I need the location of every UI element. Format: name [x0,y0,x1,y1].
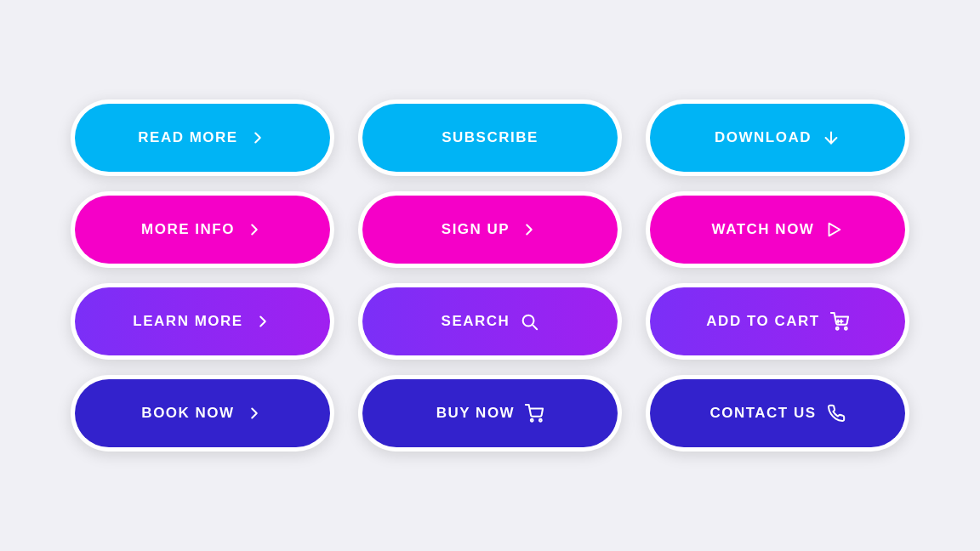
add-to-cart-wrap: ADD TO CART [646,283,909,360]
watch-now-wrap: WATCH NOW [646,191,909,268]
learn-more-wrap: LEARN MORE [71,283,334,360]
buy-now-button[interactable]: BUY NOW [362,379,618,447]
read-more-label: READ MORE [138,129,237,146]
cart-icon [830,312,849,331]
download-wrap: DOWNLOAD [646,99,909,176]
buy-now-wrap: BUY NOW [358,375,622,452]
download-button[interactable]: DOWNLOAD [650,104,905,172]
chevron-right-icon-4 [254,312,272,331]
svg-marker-1 [829,224,840,236]
more-info-wrap: MORE INFO [71,191,334,268]
watch-now-button[interactable]: WATCH NOW [650,196,905,264]
subscribe-button[interactable]: SUBSCRIBE [362,104,618,172]
book-now-label: BOOK NOW [141,405,234,422]
subscribe-label: SUBSCRIBE [442,129,538,146]
chevron-right-icon [248,128,267,147]
download-label: DOWNLOAD [715,129,812,146]
book-now-wrap: BOOK NOW [71,375,334,452]
sign-up-button[interactable]: SIGN UP [362,196,618,264]
svg-point-9 [531,419,533,422]
phone-icon [827,404,846,423]
add-to-cart-label: ADD TO CART [706,313,819,330]
button-grid: READ MORE SUBSCRIBE DOWNLOAD MORE INFO [71,99,909,452]
contact-us-label: CONTACT US [709,405,816,422]
contact-us-wrap: CONTACT US [646,375,909,452]
search-wrap: SEARCH [358,283,622,360]
svg-line-3 [533,325,538,329]
add-to-cart-button[interactable]: ADD TO CART [650,287,905,355]
shopping-cart-icon [525,404,544,423]
search-button[interactable]: SEARCH [362,287,618,355]
more-info-button[interactable]: MORE INFO [75,196,330,264]
read-more-wrap: READ MORE [71,99,334,176]
chevron-right-icon-2 [245,220,264,239]
more-info-label: MORE INFO [141,221,235,238]
search-icon [520,312,538,331]
contact-us-button[interactable]: CONTACT US [650,379,905,447]
learn-more-label: LEARN MORE [133,313,242,330]
subscribe-wrap: SUBSCRIBE [358,99,622,176]
svg-point-5 [845,327,847,330]
chevron-right-icon-3 [520,220,538,239]
sign-up-wrap: SIGN UP [358,191,622,268]
search-label: SEARCH [442,313,510,330]
learn-more-button[interactable]: LEARN MORE [75,287,330,355]
read-more-button[interactable]: READ MORE [75,104,330,172]
sign-up-label: SIGN UP [442,221,510,238]
svg-point-4 [836,327,839,330]
arrow-down-icon [822,128,840,147]
watch-now-label: WATCH NOW [712,221,815,238]
svg-point-10 [539,419,542,422]
play-icon [824,220,843,239]
buy-now-label: BUY NOW [436,405,515,422]
book-now-button[interactable]: BOOK NOW [75,379,330,447]
chevron-right-icon-5 [245,404,264,423]
